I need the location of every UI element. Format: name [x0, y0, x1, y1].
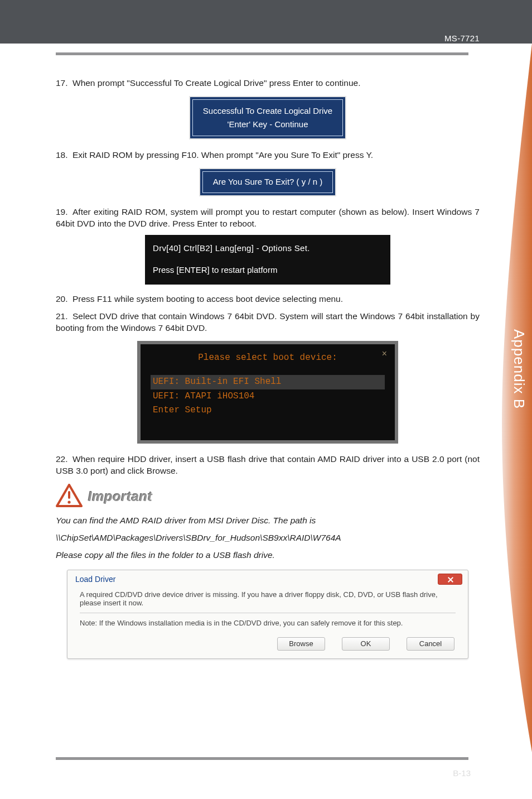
dialog-title: Load Driver [75, 575, 115, 584]
step-17: 17.When prompt "Successful To Create Log… [56, 78, 480, 139]
load-driver-dialog: Load Driver A required CD/DVD drive devi… [67, 570, 468, 659]
note-line: You can find the AMD RAID driver from MS… [56, 516, 316, 525]
divider [80, 613, 456, 613]
warning-icon [56, 484, 83, 509]
step-20: 20.Press F11 while system booting to acc… [56, 293, 480, 305]
step-19: 19.After exiting RAID ROM, system will p… [56, 206, 480, 285]
page-number: B-13 [453, 768, 471, 778]
close-icon: × [381, 349, 387, 361]
panel-line: Press [ENTER] to restart platform [153, 264, 379, 276]
boot-device-menu: × Please select boot device: UEFI: Built… [137, 341, 398, 444]
cancel-button[interactable]: Cancel [407, 637, 454, 651]
step-number: 21. [56, 311, 72, 323]
important-callout: Important [56, 484, 480, 509]
prompt-line: 'Enter' Key - Continue [203, 119, 332, 130]
dialog-text: A required CD/DVD drive device driver is… [80, 590, 456, 607]
step-text: When require HDD driver, insert a USB fl… [56, 454, 480, 475]
step-number: 19. [56, 206, 72, 218]
step-text: Exit RAID ROM by pressing F10. When prom… [72, 150, 373, 160]
panel-line: Drv[40] Ctrl[B2] Lang[eng] - Options Set… [153, 243, 379, 254]
note-line: Please copy all the files in the folder … [56, 550, 275, 560]
step-text: When prompt "Successful To Create Logica… [72, 78, 360, 88]
step-text: Select DVD drive that contain Windows 7 … [56, 311, 480, 333]
model-number: MS-7721 [444, 33, 480, 43]
svg-rect-0 [68, 491, 70, 499]
bottom-divider [56, 757, 468, 760]
step-text: Press F11 while system booting to access… [72, 294, 343, 304]
note-path: \\ChipSet\AMD\Packages\Drivers\SBDrv_for… [56, 531, 480, 544]
step-number: 18. [56, 150, 72, 161]
step-18: 18.Exit RAID ROM by pressing F10. When p… [56, 150, 480, 196]
restart-prompt-panel: Drv[40] Ctrl[B2] Lang[eng] - Options Set… [145, 235, 390, 285]
step-number: 17. [56, 78, 72, 89]
important-label: Important [88, 489, 152, 504]
boot-option: UEFI: ATAPI iHOS104 [151, 389, 385, 404]
step-text: After exiting RAID ROM, system will prom… [56, 207, 480, 228]
dialog-text: Note: If the Windows installation media … [80, 619, 456, 627]
boot-option-selected: UEFI: Built-in EFI Shell [151, 375, 385, 389]
page-body: 17.When prompt "Successful To Create Log… [0, 47, 480, 659]
prompt-create-drive: Successful To Create Logical Drive 'Ente… [189, 96, 346, 140]
prompt-line: Are You Sure To Exit? ( y / n ) [213, 176, 323, 187]
step-22: 22.When require HDD driver, insert a USB… [56, 454, 480, 477]
step-number: 20. [56, 293, 72, 305]
step-number: 22. [56, 454, 72, 465]
boot-option: Enter Setup [151, 403, 385, 418]
ok-button[interactable]: OK [342, 637, 390, 651]
browse-button[interactable]: Browse [277, 637, 325, 651]
driver-note: You can find the AMD RAID driver from MS… [56, 514, 480, 562]
svg-point-1 [67, 500, 70, 503]
step-21: 21.Select DVD drive that contain Windows… [56, 311, 480, 444]
prompt-exit: Are You Sure To Exit? ( y / n ) [199, 168, 337, 196]
boot-title: Please select boot device: [151, 352, 385, 364]
side-tab-label: Appendix B [510, 329, 528, 409]
prompt-line: Successful To Create Logical Drive [203, 105, 332, 117]
close-button[interactable] [438, 574, 462, 585]
